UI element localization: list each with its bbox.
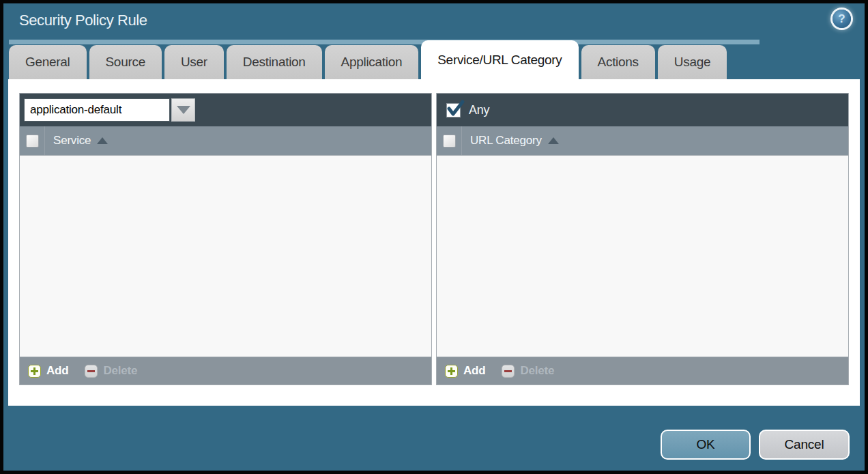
url-category-add-button[interactable]: Add — [445, 364, 485, 378]
chevron-down-icon — [177, 106, 190, 114]
plus-icon — [28, 365, 41, 378]
service-type-combo — [24, 98, 195, 122]
tab-destination[interactable]: Destination — [227, 45, 322, 79]
url-category-column-header: URL Category — [437, 126, 848, 156]
dialog-buttons: OK Cancel — [661, 430, 850, 460]
tab-general[interactable]: General — [9, 45, 87, 79]
tab-content: Service Add Delete — [8, 79, 860, 406]
url-category-list-body — [437, 156, 848, 357]
url-category-select-all-checkbox[interactable] — [443, 135, 456, 148]
minus-icon — [502, 365, 515, 378]
title-bar: Security Policy Rule ? — [3, 3, 865, 40]
service-type-dropdown-trigger[interactable] — [171, 98, 195, 122]
minus-icon — [85, 365, 98, 378]
tab-source[interactable]: Source — [89, 45, 162, 79]
any-row: Any — [441, 103, 489, 117]
cancel-button[interactable]: Cancel — [759, 430, 850, 460]
sort-ascending-icon — [548, 137, 559, 144]
add-label: Add — [463, 364, 485, 378]
checkmark-icon — [446, 100, 465, 119]
service-column-header: Service — [20, 126, 431, 156]
service-delete-button[interactable]: Delete — [85, 364, 137, 378]
service-panel-footer: Add Delete — [20, 357, 431, 385]
tab-service-url-category[interactable]: Service/URL Category — [421, 40, 578, 79]
tab-application[interactable]: Application — [325, 45, 419, 79]
add-label: Add — [46, 364, 68, 378]
service-column-label: Service — [53, 134, 91, 148]
url-category-select-all-cell — [437, 126, 462, 155]
url-category-panel-toolbar: Any — [437, 94, 848, 126]
ok-button[interactable]: OK — [661, 430, 751, 460]
url-category-sort-header[interactable]: URL Category — [470, 134, 559, 148]
service-panel-toolbar — [20, 94, 431, 126]
sort-ascending-icon — [97, 137, 108, 144]
security-policy-rule-dialog: Security Policy Rule ? General Source Us… — [0, 0, 868, 474]
url-category-column-label: URL Category — [470, 134, 542, 148]
plus-icon — [445, 365, 458, 378]
service-sort-header[interactable]: Service — [53, 134, 108, 148]
tab-user[interactable]: User — [164, 45, 224, 79]
service-type-input[interactable] — [24, 98, 170, 122]
service-list-body — [20, 156, 431, 357]
tab-usage[interactable]: Usage — [658, 45, 727, 79]
dialog-title: Security Policy Rule — [19, 12, 147, 29]
delete-label: Delete — [103, 364, 137, 378]
url-category-panel: Any URL Category Add — [436, 93, 849, 385]
delete-label: Delete — [520, 364, 554, 378]
service-panel: Service Add Delete — [19, 93, 432, 385]
service-select-all-cell — [20, 126, 45, 155]
url-category-delete-button[interactable]: Delete — [502, 364, 554, 378]
tabs: General Source User Destination Applicat… — [9, 40, 727, 79]
url-category-panel-footer: Add Delete — [437, 357, 848, 385]
any-checkbox[interactable] — [446, 103, 461, 117]
any-label: Any — [469, 103, 489, 117]
tab-strip: General Source User Destination Applicat… — [3, 40, 865, 79]
service-add-button[interactable]: Add — [28, 364, 68, 378]
service-select-all-checkbox[interactable] — [26, 135, 39, 148]
help-icon[interactable]: ? — [833, 10, 851, 28]
tab-actions[interactable]: Actions — [581, 45, 655, 79]
